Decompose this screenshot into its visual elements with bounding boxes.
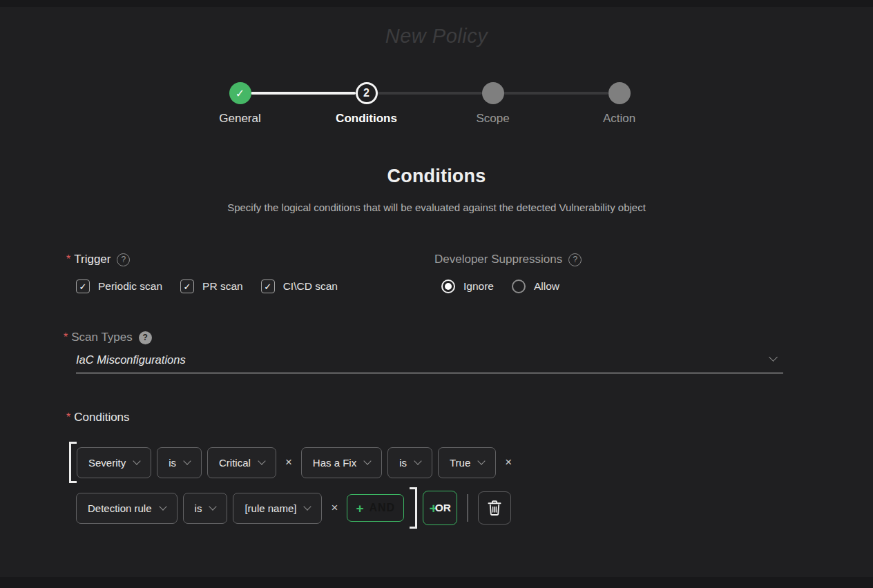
dropdown-value: Detection rule (88, 502, 152, 514)
developer-suppressions-label: Developer Suppressions (434, 252, 562, 267)
check-glyph: ✓ (264, 282, 271, 292)
chevron-down-icon (133, 457, 141, 464)
step-dot (608, 82, 631, 104)
page-title: New Policy (0, 25, 873, 48)
step-conditions[interactable]: 2 Conditions (303, 82, 430, 126)
scan-types-value: IaC Misconfigurations (76, 353, 186, 366)
required-asterisk: * (66, 410, 70, 425)
remove-clause-button[interactable]: × (331, 501, 338, 515)
dropdown-value: Has a Fix (313, 457, 356, 469)
condition-field-dropdown[interactable]: Has a Fix (301, 447, 382, 478)
trigger-label: Trigger (74, 252, 111, 267)
delete-condition-group-button[interactable] (478, 491, 511, 525)
condition-field-dropdown[interactable]: Detection rule (76, 493, 178, 524)
step-general[interactable]: ✓ General (177, 82, 303, 126)
question-glyph: ? (573, 252, 577, 267)
step-label-scope: Scope (476, 112, 509, 126)
check-glyph: ✓ (79, 282, 87, 292)
condition-value-dropdown[interactable]: True (438, 447, 496, 478)
checkbox-pr-scan[interactable]: ✓ PR scan (180, 280, 243, 293)
condition-operator-dropdown[interactable]: is (157, 447, 202, 478)
window-bottom-edge (0, 577, 873, 588)
vertical-divider (467, 494, 468, 522)
chevron-down-icon (159, 502, 166, 510)
checkbox-label: CI\CD scan (283, 280, 338, 293)
window-top-edge (0, 0, 873, 7)
and-label: AND (370, 502, 396, 514)
dropdown-value: is (169, 457, 176, 469)
condition-operator-dropdown[interactable]: is (183, 493, 228, 524)
checkbox-label: PR scan (202, 280, 243, 293)
dropdown-value: True (450, 457, 470, 469)
checkbox-checked-icon: ✓ (261, 280, 275, 293)
condition-row: Severity is Critical × Has a Fix is Tru (69, 442, 515, 483)
checkbox-periodic-scan[interactable]: ✓ Periodic scan (76, 280, 162, 293)
scan-types-select[interactable]: IaC Misconfigurations (76, 353, 783, 373)
check-glyph: ✓ (184, 282, 191, 292)
developer-suppressions-group: Developer Suppressions ? Ignore Allow (434, 252, 582, 293)
trash-icon (486, 499, 503, 517)
chevron-down-icon (478, 457, 486, 464)
stepper: ✓ General 2 Conditions Scope Action (177, 82, 682, 130)
condition-field-dropdown[interactable]: Severity (77, 447, 151, 478)
dropdown-value: Severity (88, 457, 126, 469)
checkbox-checked-icon: ✓ (180, 280, 194, 293)
checkbox-checked-icon: ✓ (76, 280, 90, 293)
condition-operator-dropdown[interactable]: is (387, 447, 432, 478)
dropdown-value: [rule name] (244, 502, 296, 514)
required-asterisk: * (64, 330, 68, 345)
radio-selected-icon (441, 280, 455, 293)
step-label-general: General (219, 112, 260, 126)
step-dot (482, 82, 504, 104)
conditions-builder: * Conditions Severity is Critical × Has … (66, 410, 515, 529)
chevron-down-icon (183, 457, 191, 464)
question-glyph: ? (122, 252, 126, 267)
scan-types-label: Scan Types (71, 330, 133, 345)
help-icon[interactable]: ? (568, 253, 582, 266)
step-action[interactable]: Action (556, 82, 682, 126)
check-glyph: ✓ (236, 87, 244, 100)
step-number: 2 (363, 87, 370, 99)
remove-clause-button[interactable]: × (285, 455, 292, 469)
required-asterisk: * (66, 252, 70, 267)
dropdown-value: Critical (219, 457, 251, 469)
condition-value-dropdown[interactable]: [rule name] (233, 493, 322, 524)
step-scope[interactable]: Scope (430, 82, 556, 126)
checkbox-cicd-scan[interactable]: ✓ CI\CD scan (261, 280, 338, 293)
step-label-action: Action (603, 112, 635, 126)
check-icon: ✓ (229, 82, 251, 104)
chevron-down-icon (414, 457, 421, 464)
checkbox-label: Periodic scan (98, 280, 162, 293)
new-policy-wizard: New Policy ✓ General 2 Conditions Scope … (0, 0, 873, 588)
condition-row: Detection rule is [rule name] × + AND + … (76, 487, 515, 529)
plus-icon: + (356, 502, 363, 515)
radio-ignore[interactable]: Ignore (441, 280, 494, 293)
radio-label: Allow (534, 280, 559, 293)
chevron-down-icon (209, 502, 217, 510)
remove-clause-button[interactable]: × (505, 455, 512, 469)
radio-allow[interactable]: Allow (512, 280, 559, 293)
dropdown-value: is (399, 457, 407, 469)
step-label-conditions: Conditions (336, 112, 397, 126)
question-glyph: ? (143, 330, 148, 345)
chevron-down-icon (304, 502, 311, 510)
chevron-down-icon (258, 457, 265, 464)
help-icon[interactable]: ? (139, 331, 152, 344)
or-label: OR (435, 502, 451, 514)
section-title: Conditions (0, 166, 873, 187)
dropdown-value: is (195, 502, 202, 514)
add-and-condition-button[interactable]: + AND (347, 494, 404, 522)
condition-value-dropdown[interactable]: Critical (207, 447, 276, 478)
add-or-condition-button[interactable]: + OR (423, 491, 457, 525)
trigger-suppressions-row: * Trigger ? ✓ Periodic scan ✓ PR scan ✓ … (66, 252, 832, 293)
group-bracket-close (410, 487, 417, 529)
group-bracket-open (69, 442, 77, 483)
section-subtitle: Specify the logical conditions that will… (0, 202, 873, 213)
radio-label: Ignore (463, 280, 494, 293)
trigger-group: * Trigger ? ✓ Periodic scan ✓ PR scan ✓ … (66, 252, 434, 293)
chevron-down-icon (364, 457, 372, 464)
help-icon[interactable]: ? (117, 253, 130, 266)
conditions-label: Conditions (74, 410, 129, 425)
radio-unselected-icon (512, 280, 526, 293)
step-number-badge: 2 (356, 82, 378, 104)
